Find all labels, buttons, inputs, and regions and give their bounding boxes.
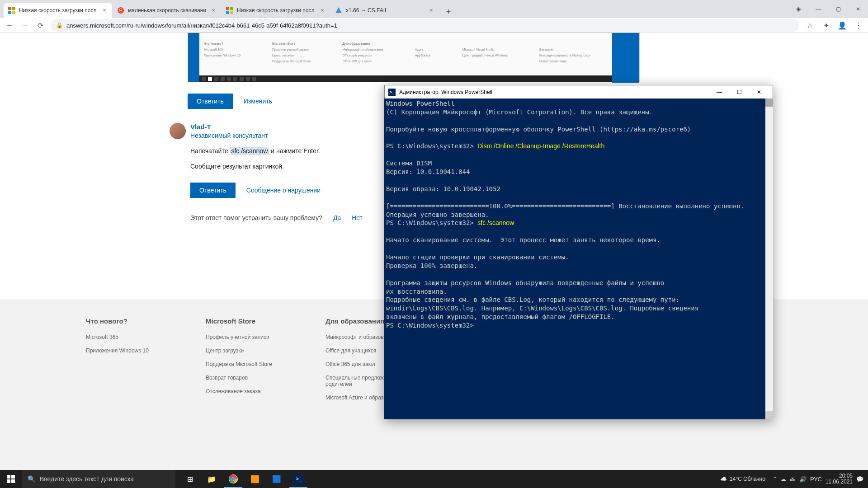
embedded-screenshot[interactable]: Что нового?Microsoft 365Приложения Windo… xyxy=(188,33,640,82)
footer-link[interactable]: Приложения Windows 10 xyxy=(86,347,176,354)
footer-link[interactable]: Профиль учетной записи xyxy=(206,334,296,340)
tab-strip: Низкая скорость загрузки посл × Я малень… xyxy=(0,0,868,18)
powershell-icon: >_ xyxy=(388,89,396,96)
svg-rect-3 xyxy=(12,11,15,14)
reply-text-part: и нажмите Enter. xyxy=(269,147,320,155)
app-icon[interactable]: 🟧 xyxy=(244,470,266,488)
minimize-icon[interactable]: — xyxy=(709,86,729,99)
close-icon[interactable]: × xyxy=(210,7,217,14)
svg-point-18 xyxy=(232,478,235,480)
svg-rect-2 xyxy=(8,11,11,14)
svg-rect-6 xyxy=(226,7,229,10)
lock-icon: 🔒 xyxy=(56,22,63,28)
svg-rect-13 xyxy=(11,479,15,483)
terminal-output[interactable]: Windows PowerShell (C) Корпорация Майкро… xyxy=(384,99,765,419)
weather-text: 14°C Облачно xyxy=(730,476,765,482)
svg-rect-11 xyxy=(11,475,15,479)
close-icon[interactable]: × xyxy=(428,7,434,14)
powershell-window[interactable]: >_ Администратор: Windows PowerShell — ☐… xyxy=(384,85,773,419)
footer-link[interactable]: Microsoft 365 xyxy=(86,334,176,340)
reply-text-part: Напечатайте xyxy=(190,147,230,155)
reply-button[interactable]: Ответить xyxy=(190,183,236,198)
svg-rect-10 xyxy=(7,475,10,479)
footer-link[interactable]: Центр загрузки xyxy=(206,347,296,354)
svg-rect-7 xyxy=(230,7,233,10)
app-icon[interactable]: 🟦 xyxy=(266,470,288,488)
account-icon[interactable]: ◉ xyxy=(788,2,808,16)
clock[interactable]: 20:05 11.06.2021 xyxy=(826,473,853,485)
close-icon[interactable]: × xyxy=(319,7,326,14)
helpful-question: Этот ответ помог устранить вашу проблему… xyxy=(190,214,322,221)
reply-button[interactable]: Ответить xyxy=(188,94,233,109)
task-view-icon[interactable]: ⊞ xyxy=(179,470,201,488)
helpful-no[interactable]: Нет xyxy=(352,214,363,221)
profile-icon[interactable]: 👤 xyxy=(837,20,847,30)
powershell-titlebar[interactable]: >_ Администратор: Windows PowerShell — ☐… xyxy=(384,85,773,99)
star-icon[interactable]: ☆ xyxy=(805,20,815,30)
taskbar: 🔍 Введите здесь текст для поиска ⊞ 📁 🟧 🟦… xyxy=(0,470,868,488)
volume-icon[interactable]: 🔊 xyxy=(799,476,807,483)
menu-icon[interactable]: ⋮ xyxy=(854,20,863,30)
avatar[interactable] xyxy=(170,123,186,139)
footer-link[interactable]: Возврат товаров xyxy=(206,375,296,381)
system-tray: ☁️ 14°C Облачно ˄ ☁ 🖧 🔊 РУС 20:05 11.06.… xyxy=(716,470,868,488)
svg-rect-1 xyxy=(12,7,15,10)
extensions-icon[interactable]: ✦ xyxy=(821,20,831,30)
browser-tab[interactable]: x1.66 → CS.FAIL × xyxy=(330,3,439,18)
start-button[interactable] xyxy=(0,470,22,488)
browser-chrome: Низкая скорость загрузки посл × Я малень… xyxy=(0,0,868,33)
ms-favicon xyxy=(226,7,233,14)
weather-widget[interactable]: ☁️ 14°C Облачно xyxy=(720,476,765,482)
yandex-favicon: Я xyxy=(117,7,124,14)
maximize-icon[interactable]: ▢ xyxy=(828,2,848,16)
onedrive-icon[interactable]: ☁ xyxy=(780,476,786,483)
notifications-icon[interactable]: 💬 xyxy=(856,476,863,483)
footer-heading: Microsoft Store xyxy=(206,317,296,325)
browser-tab[interactable]: Я маленькая скорость скачивани × xyxy=(113,3,221,18)
url-input[interactable]: 🔒 answers.microsoft.com/ru-ru/windows/fo… xyxy=(51,19,799,32)
address-bar: ← → ⟳ 🔒 answers.microsoft.com/ru-ru/wind… xyxy=(0,18,868,33)
helpful-yes[interactable]: Да xyxy=(333,214,341,221)
close-icon[interactable]: ✕ xyxy=(749,86,769,99)
explorer-icon[interactable]: 📁 xyxy=(201,470,222,488)
svg-rect-9 xyxy=(230,11,233,14)
tab-title: маленькая скорость скачивани xyxy=(128,7,208,14)
chevron-up-icon[interactable]: ˄ xyxy=(774,476,777,483)
svg-rect-8 xyxy=(226,11,229,14)
footer-column: Microsoft Store Профиль учетной записи Ц… xyxy=(206,317,296,410)
url-text: answers.microsoft.com/ru-ru/windows/foru… xyxy=(66,22,337,29)
taskbar-search[interactable]: 🔍 Введите здесь текст для поиска xyxy=(22,470,175,488)
reload-icon[interactable]: ⟳ xyxy=(35,20,45,30)
report-link[interactable]: Сообщение о нарушении xyxy=(246,187,321,194)
svg-text:Я: Я xyxy=(119,8,123,13)
ms-favicon xyxy=(8,7,15,14)
forward-icon[interactable]: → xyxy=(20,20,30,30)
search-placeholder: Введите здесь текст для поиска xyxy=(40,475,134,483)
window-controls: ◉ — ▢ ✕ xyxy=(788,0,868,18)
weather-icon: ☁️ xyxy=(720,476,727,482)
footer-column: Что нового? Microsoft 365 Приложения Win… xyxy=(86,317,176,410)
browser-tab[interactable]: Низкая скорость загрузки посл × xyxy=(222,3,330,18)
maximize-icon[interactable]: ☐ xyxy=(729,86,749,99)
svg-rect-0 xyxy=(8,7,11,10)
close-icon[interactable]: ✕ xyxy=(848,2,868,16)
minimize-icon[interactable]: — xyxy=(808,2,828,16)
new-tab-button[interactable]: + xyxy=(442,5,455,18)
date-text: 11.06.2021 xyxy=(826,479,853,485)
scrollbar[interactable] xyxy=(765,99,773,419)
close-icon[interactable]: × xyxy=(101,7,108,14)
powershell-taskbar-icon[interactable]: >_ xyxy=(288,470,309,488)
footer-link[interactable]: Отслеживание заказа xyxy=(206,388,296,394)
edit-link[interactable]: Изменить xyxy=(244,98,272,105)
tab-title: Низкая скорость загрузки посл xyxy=(237,7,316,14)
chrome-icon[interactable] xyxy=(222,470,244,488)
tab-title: Низкая скорость загрузки посл xyxy=(19,7,99,14)
network-icon[interactable]: 🖧 xyxy=(790,476,796,483)
tab-title: x1.66 → CS.FAIL xyxy=(346,7,425,14)
csfail-favicon xyxy=(335,7,342,14)
back-icon[interactable]: ← xyxy=(5,20,14,30)
language-indicator[interactable]: РУС xyxy=(810,476,822,483)
footer-link[interactable]: Поддержка Microsoft Store xyxy=(206,361,296,367)
browser-tab[interactable]: Низкая скорость загрузки посл × xyxy=(4,3,112,18)
inline-code: sfc /scannow xyxy=(230,147,269,155)
